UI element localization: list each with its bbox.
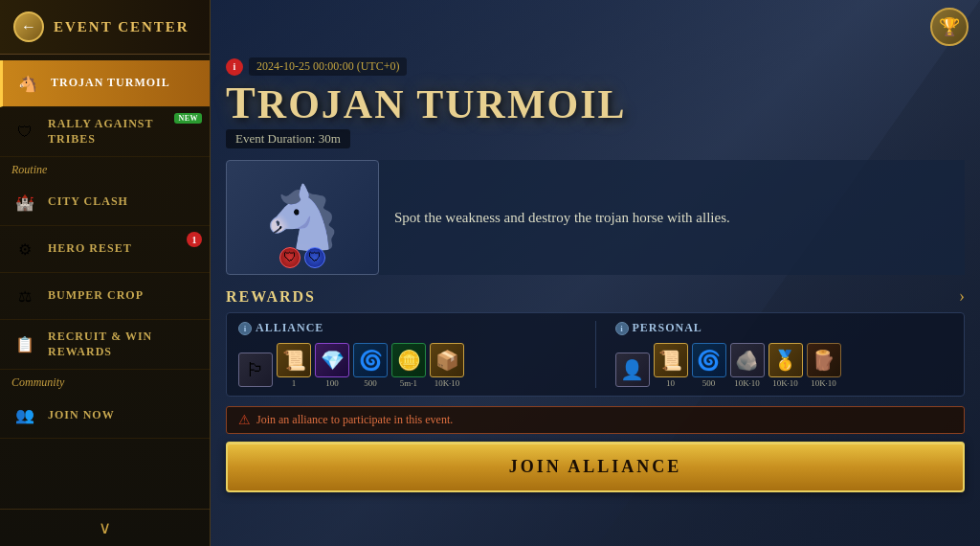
sidebar-item-label: CITY CLASH bbox=[48, 194, 128, 210]
rewards-arrow[interactable]: › bbox=[959, 286, 965, 307]
gear-icon: ⚙ bbox=[11, 236, 38, 262]
trojan-horse-visual: 🐴 🛡 🛡 bbox=[226, 160, 379, 275]
red-shield-icon: 🛡 bbox=[279, 247, 301, 268]
alliance-header: i ALLIANCE bbox=[238, 321, 576, 335]
personal-header: i PERSONAL bbox=[615, 321, 953, 335]
sidebar-header: ← EVENT CENTER bbox=[0, 0, 210, 55]
rewards-title: REWARDS bbox=[226, 288, 316, 306]
reward-item: 💎 100 bbox=[315, 343, 349, 388]
sidebar: ← EVENT CENTER 🐴 TROJAN TURMOIL 🛡 RALLY … bbox=[0, 0, 211, 546]
sidebar-item-label: JOIN NOW bbox=[48, 408, 115, 423]
personal-reward-items: 👤 📜 10 🌀 500 🪨 10K· bbox=[615, 343, 953, 388]
personal-rewards: i PERSONAL 👤 📜 10 🌀 bbox=[615, 321, 953, 388]
horse-emoji: 🐴 bbox=[264, 182, 341, 254]
event-header: i 2024-10-25 00:00:00 (UTC+0) TROJAN TUR… bbox=[211, 54, 980, 156]
event-date-bar: i 2024-10-25 00:00:00 (UTC+0) bbox=[226, 57, 965, 76]
reward-icon-coin: 🪙 bbox=[391, 343, 426, 377]
reward-icon-wood: 🪵 bbox=[807, 343, 841, 377]
section-community: Community bbox=[0, 370, 210, 392]
recruit-icon: 📋 bbox=[11, 331, 38, 358]
content-area: 🏆 i 2024-10-25 00:00:00 (UTC+0) TROJAN T… bbox=[211, 0, 980, 546]
expand-button[interactable]: ∨ bbox=[99, 517, 111, 538]
back-icon: ← bbox=[21, 18, 36, 35]
alliance-label: ALLIANCE bbox=[256, 321, 323, 335]
city-icon: 🏰 bbox=[11, 189, 38, 216]
join-btn-area: JOIN ALLIANCE bbox=[211, 438, 980, 502]
sidebar-item-label: HERO RESET bbox=[48, 241, 132, 257]
info-dot-icon: i bbox=[226, 58, 243, 76]
reward-item: 🪨 10K·10 bbox=[730, 343, 765, 388]
sidebar-title: EVENT CENTER bbox=[54, 19, 189, 35]
sidebar-item-trojan-turmoil[interactable]: 🐴 TROJAN TURMOIL bbox=[0, 60, 210, 107]
sidebar-item-recruit-win[interactable]: 📋 RECRUIT & WIN REWARDS bbox=[0, 320, 210, 370]
reward-icon-alliance-flag: 🏳 bbox=[238, 353, 273, 387]
rewards-header: REWARDS › bbox=[226, 286, 965, 307]
event-date: 2024-10-25 00:00:00 (UTC+0) bbox=[249, 57, 407, 76]
sidebar-item-bumper-crop[interactable]: ⚖ BUMPER CROP bbox=[0, 273, 210, 320]
back-button[interactable]: ← bbox=[13, 11, 44, 42]
reward-icon-medal: 🥇 bbox=[768, 343, 803, 377]
reward-icon-person: 👤 bbox=[615, 353, 650, 387]
reward-count: 10K·10 bbox=[734, 378, 760, 388]
section-routine: Routine bbox=[0, 157, 210, 179]
reward-count: 1 bbox=[292, 378, 297, 388]
rewards-row: i ALLIANCE 🏳 📜 1 💎 bbox=[226, 312, 965, 397]
reward-item: 📜 1 bbox=[277, 343, 311, 388]
personal-info-icon[interactable]: i bbox=[615, 322, 629, 335]
join-alliance-button[interactable]: JOIN ALLIANCE bbox=[226, 442, 965, 492]
reward-item: 🪵 10K·10 bbox=[807, 343, 841, 388]
sidebar-item-city-clash[interactable]: 🏰 CITY CLASH bbox=[0, 179, 210, 226]
warning-icon: ⚠ bbox=[238, 412, 251, 428]
reward-count: 100 bbox=[325, 378, 339, 388]
sidebar-item-label: RECRUIT & WIN REWARDS bbox=[48, 330, 198, 359]
alliance-rewards: i ALLIANCE 🏳 📜 1 💎 bbox=[238, 321, 576, 388]
reward-count: 500 bbox=[702, 378, 716, 388]
reward-icon-scroll: 📜 bbox=[277, 343, 311, 377]
reward-item: 🌀 500 bbox=[353, 343, 388, 388]
reward-icon-scroll2: 📜 bbox=[654, 343, 688, 377]
reward-divider bbox=[595, 321, 596, 388]
group-icon: 👥 bbox=[11, 401, 38, 428]
alliance-reward-items: 🏳 📜 1 💎 100 🌀 500 bbox=[238, 343, 576, 388]
shield-icon: 🛡 bbox=[11, 119, 38, 146]
reward-item: 🏳 bbox=[238, 353, 273, 388]
reward-item: 📜 10 bbox=[654, 343, 688, 388]
sidebar-item-label: BUMPER CROP bbox=[48, 288, 144, 304]
scale-icon: ⚖ bbox=[11, 283, 38, 309]
trophy-icon: 🏆 bbox=[939, 16, 960, 37]
sidebar-item-label: TROJAN TURMOIL bbox=[51, 76, 170, 91]
reward-item: 🌀 500 bbox=[692, 343, 726, 388]
reward-count: 10K·10 bbox=[434, 378, 460, 388]
main-content: 🏆 i 2024-10-25 00:00:00 (UTC+0) TROJAN T… bbox=[211, 0, 980, 546]
sidebar-item-rally-against-tribes[interactable]: 🛡 RALLY AGAINST TRIBES NEW bbox=[0, 107, 210, 157]
warning-bar: ⚠ Join an alliance to participate in thi… bbox=[226, 406, 965, 434]
event-title: TROJAN TURMOIL bbox=[226, 81, 965, 125]
sidebar-footer: ∨ bbox=[0, 509, 210, 546]
reward-icon-orb: 🌀 bbox=[353, 343, 388, 377]
sidebar-item-join-now[interactable]: 👥 JOIN NOW bbox=[0, 392, 210, 439]
hero-reset-badge: 1 bbox=[187, 232, 202, 247]
reward-icon-gem: 💎 bbox=[315, 343, 349, 377]
event-description-box: Spot the weakness and destroy the trojan… bbox=[379, 160, 965, 275]
sidebar-list: 🐴 TROJAN TURMOIL 🛡 RALLY AGAINST TRIBES … bbox=[0, 55, 210, 509]
reward-count: 10K·10 bbox=[772, 378, 798, 388]
trophy-button[interactable]: 🏆 bbox=[930, 8, 969, 46]
blue-shield-icon: 🛡 bbox=[304, 247, 325, 268]
event-description: Spot the weakness and destroy the trojan… bbox=[394, 207, 730, 229]
trojan-icon: 🐴 bbox=[14, 70, 41, 97]
reward-icon-box: 📦 bbox=[430, 343, 464, 377]
personal-label: PERSONAL bbox=[633, 321, 702, 335]
alliance-info-icon[interactable]: i bbox=[238, 322, 252, 335]
reward-count: 10K·10 bbox=[811, 378, 836, 388]
sidebar-item-hero-reset[interactable]: ⚙ HERO RESET 1 bbox=[0, 226, 210, 273]
reward-count: 500 bbox=[364, 378, 377, 388]
event-middle: 🐴 🛡 🛡 Spot the weakness and destroy the … bbox=[211, 156, 980, 279]
event-duration: Event Duration: 30m bbox=[226, 129, 350, 148]
reward-icon-orb2: 🌀 bbox=[692, 343, 726, 377]
new-badge: NEW bbox=[174, 113, 202, 124]
top-bar: 🏆 bbox=[211, 0, 980, 54]
reward-icon-stone: 🪨 bbox=[730, 343, 765, 377]
reward-item: 🪙 5m·1 bbox=[391, 343, 426, 388]
warning-text: Join an alliance to participate in this … bbox=[256, 413, 453, 427]
reward-count: 5m·1 bbox=[400, 378, 417, 388]
